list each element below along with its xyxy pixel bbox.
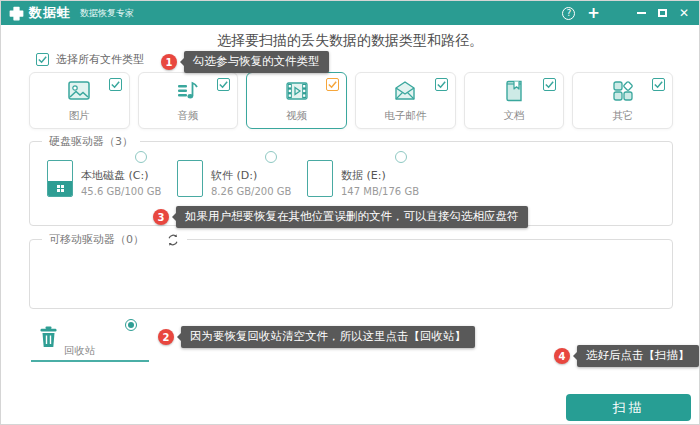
annotation-tooltip: 勾选参与恢复的文件类型 <box>184 51 329 73</box>
file-type-card-email[interactable]: 电子邮件 <box>355 72 456 129</box>
annotation-tooltip: 如果用户想要恢复在其他位置误删的文件，可以直接勾选相应盘符 <box>176 206 528 228</box>
disk-icon <box>47 160 73 197</box>
drive-d[interactable]: 软件 (D:) 8.26 GB/200 GB <box>177 160 307 197</box>
titlebar: 数据蛙 数据恢复专家 ? + ✕ <box>1 1 699 25</box>
select-all-checkbox[interactable]: 选择所有文件类型 <box>36 52 144 67</box>
drive-capacity: 8.26 GB/200 GB <box>211 186 291 197</box>
drive-name: 数据 (E:) <box>341 168 419 183</box>
annotation-tooltip: 选好后点击【扫描】 <box>577 345 699 367</box>
video-icon <box>284 79 310 107</box>
menu-icon[interactable] <box>612 8 625 18</box>
annotation-number: 3 <box>153 209 169 225</box>
drive-c[interactable]: 本地磁盘 (C:) 45.6 GB/100 GB <box>47 160 177 197</box>
disk-icon <box>307 160 333 197</box>
recycle-bin-radio[interactable] <box>125 319 137 331</box>
page-title: 选择要扫描的丢失数据的数据类型和路径。 <box>1 32 699 50</box>
file-type-card-audio[interactable]: 音频 <box>138 72 239 129</box>
file-type-card-video[interactable]: 视频 <box>246 72 347 129</box>
checkbox-icon[interactable] <box>326 78 339 91</box>
drive-radio[interactable] <box>135 151 147 163</box>
drive-e[interactable]: 数据 (E:) 147 MB/176 GB <box>307 160 437 197</box>
drive-list: 本地磁盘 (C:) 45.6 GB/100 GB 软件 (D:) 8.26 GB… <box>47 160 437 197</box>
scan-button[interactable]: 扫描 <box>566 394 691 421</box>
annotation-number: 4 <box>554 348 570 364</box>
checkbox-icon[interactable] <box>109 78 122 91</box>
refresh-icon[interactable] <box>166 233 180 247</box>
checkbox-icon[interactable] <box>652 78 665 91</box>
card-label: 文档 <box>465 109 564 123</box>
minimize-icon[interactable] <box>637 12 646 14</box>
annotation-1: 1 勾选参与恢复的文件类型 <box>161 51 329 73</box>
close-icon[interactable]: ✕ <box>679 7 689 19</box>
removable-drives-section: 可移动驱动器（0） <box>29 239 673 309</box>
image-icon <box>66 79 92 107</box>
removable-drives-title: 可移动驱动器（0） <box>49 232 144 247</box>
drive-capacity: 45.6 GB/100 GB <box>81 186 161 197</box>
checkbox-icon[interactable] <box>217 78 230 91</box>
card-label: 其它 <box>573 109 672 123</box>
drive-capacity: 147 MB/176 GB <box>341 186 419 197</box>
recycle-bin-label: 回收站 <box>64 344 96 358</box>
select-all-label: 选择所有文件类型 <box>56 52 144 67</box>
recycle-bin-item[interactable]: 回收站 <box>31 317 151 363</box>
drive-name: 软件 (D:) <box>211 168 291 183</box>
checkbox-icon[interactable] <box>543 78 556 91</box>
other-icon <box>610 79 636 107</box>
card-label: 电子邮件 <box>356 109 455 123</box>
hard-drives-title: 硬盘驱动器（3） <box>42 134 140 149</box>
windows-logo-icon <box>57 185 60 188</box>
annotation-4: 4 选好后点击【扫描】 <box>554 345 699 367</box>
file-type-card-document[interactable]: 文档 <box>464 72 565 129</box>
disk-icon <box>177 160 203 197</box>
drive-radio[interactable] <box>265 151 277 163</box>
drive-name: 本地磁盘 (C:) <box>81 168 161 183</box>
trash-icon <box>39 326 58 352</box>
document-icon <box>501 79 527 107</box>
drive-radio[interactable] <box>395 151 407 163</box>
annotation-number: 2 <box>158 329 174 345</box>
email-icon <box>392 79 418 107</box>
file-type-card-other[interactable]: 其它 <box>572 72 673 129</box>
add-icon[interactable]: + <box>587 6 600 21</box>
brand: 数据蛙 数据恢复专家 <box>9 4 134 22</box>
annotation-number: 1 <box>161 54 177 70</box>
card-label: 视频 <box>247 109 346 123</box>
checkbox-icon[interactable] <box>435 78 448 91</box>
recycle-bin-underline <box>31 360 149 362</box>
app-subtitle: 数据恢复专家 <box>80 7 134 20</box>
maximize-icon[interactable] <box>658 9 667 17</box>
card-label: 音频 <box>139 109 238 123</box>
annotation-tooltip: 因为要恢复回收站清空文件，所以这里点击【回收站】 <box>181 326 475 348</box>
card-label: 图片 <box>30 109 129 123</box>
audio-icon <box>175 79 201 107</box>
file-type-cards: 图片 音频 <box>29 72 673 129</box>
file-type-card-image[interactable]: 图片 <box>29 72 130 129</box>
app-name: 数据蛙 <box>29 4 71 22</box>
window-controls: ? + ✕ <box>562 6 689 21</box>
help-icon[interactable]: ? <box>562 7 575 20</box>
annotation-3: 3 如果用户想要恢复在其他位置误删的文件，可以直接勾选相应盘符 <box>153 206 528 228</box>
checkbox-icon[interactable] <box>36 53 49 66</box>
app-window: 数据蛙 数据恢复专家 ? + ✕ 选择要扫描的丢失数据的数据类型和路径。 选择所… <box>0 0 700 425</box>
app-logo-icon <box>9 6 24 21</box>
annotation-2: 2 因为要恢复回收站清空文件，所以这里点击【回收站】 <box>158 326 475 348</box>
